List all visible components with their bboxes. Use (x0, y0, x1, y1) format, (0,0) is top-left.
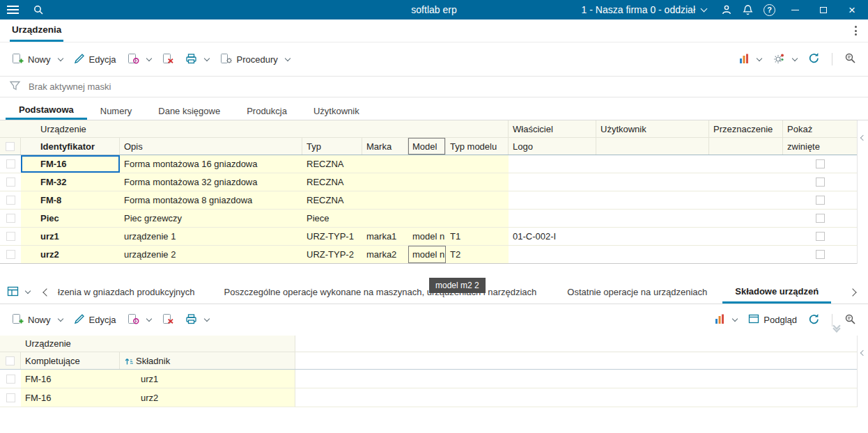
cell-przeznaczenie[interactable] (709, 191, 783, 209)
global-search-icon[interactable] (33, 4, 44, 15)
delete-button[interactable] (157, 309, 179, 331)
table-row[interactable]: urz2 urządzenie 2 URZ-TYP-2 marka2 model… (0, 246, 857, 264)
column-search-button[interactable] (839, 309, 861, 331)
cell-uzytkownik[interactable] (596, 173, 709, 191)
cell-marka[interactable] (362, 191, 408, 209)
cell-model[interactable] (408, 155, 446, 173)
table-row[interactable]: FM-16 urz2 (0, 388, 857, 407)
automation-button[interactable] (768, 49, 802, 70)
table-row[interactable]: urz1 urządzenie 1 URZ-TYP-1 marka1 model… (0, 228, 857, 246)
maximize-button[interactable] (814, 0, 832, 19)
delete-button[interactable] (157, 49, 179, 70)
row-checkbox[interactable] (0, 155, 21, 173)
collapse-side-panel[interactable] (857, 120, 868, 264)
cell-logo[interactable] (509, 191, 596, 209)
row-checkbox[interactable] (0, 388, 21, 407)
cell-uzytkownik[interactable] (596, 228, 709, 245)
tab-gniazda-produkcyjne[interactable]: łzenia w gniazdach produkcyjnych (55, 281, 209, 304)
cell-uzytkownik[interactable] (596, 191, 709, 209)
chart-button[interactable] (709, 309, 742, 331)
cell-typ[interactable]: Piece (302, 210, 362, 227)
row-checkbox[interactable] (0, 173, 21, 191)
cell-marka[interactable] (362, 210, 408, 227)
cell-identyfikator[interactable]: urz2 (21, 246, 120, 263)
cell-identyfikator[interactable]: urz1 (21, 228, 120, 245)
cell-model[interactable] (408, 173, 446, 191)
cell-typ-modelu[interactable]: T1 (446, 228, 509, 245)
tab-uzytkownik[interactable]: Użytkownik (300, 102, 373, 120)
notifications-icon[interactable] (743, 4, 753, 15)
group-header-urzadzenie[interactable]: Urządzenie (21, 336, 295, 352)
cell-przeznaczenie[interactable] (709, 155, 783, 173)
related-views-button[interactable] (7, 281, 38, 304)
print-button[interactable] (180, 49, 214, 70)
cell-typ-modelu[interactable] (446, 191, 509, 209)
table-row[interactable]: FM-16 Forma montażowa 16 gniazdowa RECZN… (0, 155, 857, 173)
tab-podstawowa[interactable]: Podstawowa (6, 102, 87, 120)
new-button[interactable]: Nowy (7, 49, 68, 70)
cell-logo[interactable] (509, 246, 596, 263)
row-checkbox[interactable] (0, 228, 21, 245)
cell-skladnik[interactable]: urz1 (120, 370, 295, 388)
edit-button[interactable]: Edycja (69, 49, 121, 70)
cell-kompletujace[interactable]: FM-16 (21, 370, 120, 388)
cell-opis[interactable]: Piec grzewczy (120, 210, 302, 227)
cell-typ[interactable]: RECZNA (302, 191, 362, 209)
col-header-typ-modelu[interactable]: Typ modelu (446, 138, 509, 155)
cell-przeznaczenie[interactable] (709, 210, 783, 227)
more-options-icon[interactable] (855, 19, 857, 42)
tab-dane-ksiegowe[interactable]: Dane księgowe (145, 102, 233, 120)
cell-typ-modelu[interactable] (446, 155, 509, 173)
row-checkbox[interactable] (0, 191, 21, 209)
cell-skladnik[interactable]: urz2 (120, 388, 295, 407)
cell-identyfikator[interactable]: Piec (21, 210, 120, 227)
close-button[interactable]: × (843, 0, 861, 19)
col-header-skladnik[interactable]: Składnik (120, 352, 295, 369)
cell-model[interactable]: model n (408, 246, 446, 263)
view-record-button[interactable] (123, 309, 156, 331)
cell-typ[interactable]: URZ-TYP-1 (302, 228, 362, 245)
filter-funnel-icon[interactable] (9, 80, 22, 93)
cell-model[interactable] (408, 191, 446, 209)
cell-opis[interactable]: Forma montażowa 8 gniazdowa (120, 191, 302, 209)
tab-poszczegolne-operacje[interactable]: Poszczególne operacje wykonane na maszyn… (209, 281, 552, 304)
group-header-urzadzenie[interactable]: Urządzenie (21, 120, 509, 137)
cell-typ-modelu[interactable] (446, 173, 509, 191)
table-row[interactable]: FM-8 Forma montażowa 8 gniazdowa RECZNA (0, 191, 857, 210)
group-header-przeznaczenie[interactable]: Przeznaczenie (709, 120, 783, 137)
edit-button[interactable]: Edycja (69, 309, 121, 331)
tab-skladowe-urzadzen[interactable]: Składowe urządzeń (722, 281, 831, 304)
col-header-uzytkownik-sub[interactable] (596, 138, 709, 155)
collapse-side-panel[interactable] (857, 336, 868, 407)
cell-typ[interactable]: URZ-TYP-2 (302, 246, 362, 263)
cell-zwiniete-checkbox[interactable] (783, 210, 857, 227)
table-row[interactable]: Piec Piec grzewczy Piece (0, 210, 857, 228)
cell-opis[interactable]: urządzenie 2 (120, 246, 302, 263)
new-button[interactable]: Nowy (7, 309, 68, 331)
cell-przeznaczenie[interactable] (709, 246, 783, 263)
print-button[interactable] (180, 309, 214, 331)
row-checkbox[interactable] (0, 210, 21, 227)
tab-urzadzenia[interactable]: Urządzenia (10, 19, 63, 42)
cell-marka[interactable]: marka1 (362, 228, 408, 245)
group-header-uzytkownik[interactable]: Użytkownik (596, 120, 709, 137)
cell-opis[interactable]: Forma montażowa 32 gniazdowa (120, 173, 302, 191)
cell-przeznaczenie[interactable] (709, 173, 783, 191)
select-all-checkbox[interactable] (0, 138, 21, 155)
refresh-button[interactable] (803, 309, 825, 331)
cell-typ-modelu[interactable]: T2 (446, 246, 509, 263)
cell-marka[interactable]: marka2 (362, 246, 408, 263)
cell-zwiniete-checkbox[interactable] (783, 155, 857, 173)
cell-uzytkownik[interactable] (596, 155, 709, 173)
minimize-button[interactable] (786, 0, 804, 19)
col-header-model[interactable]: Model (408, 138, 446, 155)
view-record-button[interactable] (123, 49, 156, 70)
tab-numery[interactable]: Numery (87, 102, 146, 120)
row-checkbox[interactable] (0, 246, 21, 263)
cell-zwiniete-checkbox[interactable] (783, 228, 857, 245)
cell-identyfikator[interactable]: FM-32 (21, 173, 120, 191)
company-selector[interactable]: 1 - Nasza firma 0 - oddział (582, 4, 706, 15)
table-row[interactable]: FM-16 urz1 (0, 370, 857, 388)
cell-logo[interactable]: 01-C-002-I (509, 228, 596, 245)
col-header-zwiniete[interactable]: zwinięte (783, 138, 857, 155)
